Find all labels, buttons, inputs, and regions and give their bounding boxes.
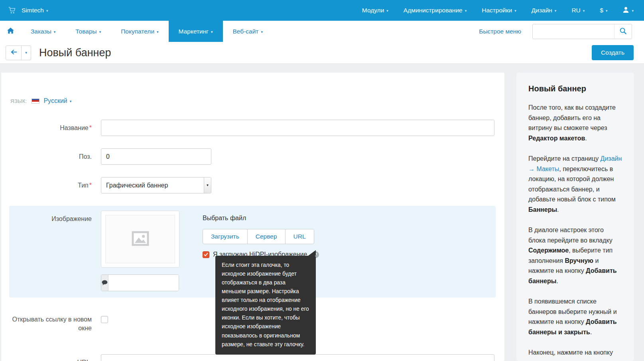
name-input[interactable] — [101, 120, 494, 136]
page-header: ▾ Новый баннер Создать — [0, 42, 644, 64]
position-label: Поз. — [9, 152, 92, 161]
type-select[interactable]: Графический баннер ▼ — [101, 177, 211, 193]
brand-label: Simtech — [22, 7, 44, 14]
image-label: Изображение — [9, 211, 92, 291]
chevron-down-icon: ▾ — [157, 30, 159, 34]
nav-item-3[interactable]: Маркетинг▾ — [169, 21, 223, 42]
comment-bubble-icon — [101, 275, 108, 291]
chevron-down-icon: ▾ — [46, 9, 48, 13]
topbar: Simtech ▾ Модули▾Администрирование▾Настр… — [0, 0, 644, 21]
new-window-label: Открывать ссылку в новом окне — [9, 315, 92, 333]
brand-menu[interactable]: Simtech ▾ — [8, 6, 48, 14]
required-asterisk: * — [89, 124, 92, 131]
name-row: Название* — [9, 120, 496, 136]
upload-tabs: ЗагрузитьСерверURL — [203, 229, 314, 244]
hidpi-tooltip: Если стоит эта галочка, то исходное изоб… — [215, 256, 316, 355]
arrow-left-icon — [10, 49, 17, 56]
home-button[interactable] — [0, 21, 21, 42]
new-window-checkbox[interactable] — [101, 316, 108, 323]
position-row: Поз. — [9, 148, 496, 165]
chevron-down-icon: ▾ — [514, 9, 516, 13]
sidebar-title: Новый баннер — [528, 84, 622, 93]
nav-item-0[interactable]: Заказы▾ — [21, 21, 65, 42]
topbar-menu-item-2[interactable]: Настройки▾ — [482, 7, 516, 14]
select-arrow-icon: ▼ — [204, 178, 211, 193]
sidebar-paragraph-3: В появившемся списке баннеров выберите н… — [528, 296, 622, 337]
nav-item-1[interactable]: Товары▾ — [65, 21, 111, 42]
upload-tab-1[interactable]: Сервер — [247, 229, 286, 244]
chevron-down-icon: ▾ — [632, 9, 634, 13]
chevron-down-icon: ▾ — [555, 9, 557, 13]
url-row: URL: — [9, 354, 496, 361]
main-navbar: Заказы▾Товары▾Покупатели▾Маркетинг▾Веб-с… — [0, 21, 644, 42]
upload-tab-0[interactable]: Загрузить — [203, 229, 248, 244]
cart-icon — [8, 6, 17, 14]
nav-item-4[interactable]: Веб-сайт▾ — [223, 21, 273, 42]
search-button[interactable] — [614, 24, 632, 39]
url-label: URL: — [9, 358, 92, 361]
help-sidebar: Новый баннер После того, как вы создадит… — [516, 73, 634, 361]
sidebar-paragraph-4: Наконец, нажмите на кнопку — [528, 347, 622, 358]
hidpi-checkbox[interactable] — [203, 251, 209, 258]
search-input[interactable] — [533, 24, 614, 39]
sidebar-paragraph-0: После того, как вы создадите баннер, доб… — [528, 103, 622, 143]
topbar-menu-item-0[interactable]: Модули▾ — [362, 7, 388, 14]
upload-tab-2[interactable]: URL — [285, 229, 314, 244]
chevron-down-icon: ▾ — [261, 30, 263, 34]
create-button[interactable]: Создать — [592, 45, 634, 60]
sidebar-paragraph-1: Перейдите на страницу Дизайн → Макеты, п… — [528, 154, 622, 215]
page-title: Новый баннер — [39, 47, 111, 59]
sidebar-paragraph-2: В диалоге настроек этого блока перейдите… — [528, 225, 622, 286]
image-upload-column — [101, 211, 179, 291]
required-asterisk: * — [89, 182, 92, 189]
image-alt-input[interactable] — [108, 275, 179, 291]
home-icon — [7, 27, 14, 36]
russian-flag-icon — [32, 99, 39, 104]
url-input[interactable] — [101, 354, 494, 361]
chevron-down-icon: ▾ — [211, 30, 213, 34]
chevron-down-icon: ▾ — [99, 30, 101, 34]
topbar-menu-item-1[interactable]: Администрирование▾ — [404, 7, 467, 14]
back-button[interactable] — [6, 45, 22, 60]
topbar-menu-item-3[interactable]: Дизайн▾ — [532, 7, 557, 14]
nav-item-2[interactable]: Покупатели▾ — [111, 21, 168, 42]
choose-file-label: Выбрать файл — [203, 215, 319, 222]
topbar-user-menu[interactable]: ▾ — [622, 6, 634, 15]
language-label: Язык: — [10, 98, 27, 104]
back-dropdown-button[interactable]: ▾ — [22, 45, 31, 60]
type-label: Тип* — [9, 181, 92, 190]
chevron-down-icon: ▾ — [386, 9, 388, 13]
chevron-down-icon: ▾ — [70, 99, 72, 103]
chevron-down-icon: ▾ — [54, 30, 56, 34]
search-icon — [619, 27, 627, 36]
chevron-down-icon: ▾ — [583, 9, 585, 13]
chevron-down-icon: ▾ — [606, 9, 608, 13]
user-icon — [622, 6, 629, 15]
type-row: Тип* Графический баннер ▼ — [9, 177, 496, 193]
quick-menu-link[interactable]: Быстрое меню — [479, 21, 521, 42]
chevron-down-icon: ▾ — [465, 9, 467, 13]
image-alt-group — [101, 274, 179, 291]
language-row: Язык: Русский ▾ — [10, 97, 496, 105]
search-box — [532, 24, 632, 39]
content-area: Язык: Русский ▾ Название* Поз. Тип* Граф… — [0, 64, 644, 361]
position-input[interactable] — [101, 148, 211, 165]
image-placeholder-icon — [131, 229, 150, 250]
image-preview-box[interactable] — [101, 211, 179, 268]
topbar-menu-item-5[interactable]: $▾ — [600, 7, 607, 14]
language-selector[interactable]: Русский ▾ — [43, 97, 71, 105]
topbar-menu-item-4[interactable]: RU▾ — [571, 7, 585, 14]
name-label: Название* — [9, 124, 92, 132]
